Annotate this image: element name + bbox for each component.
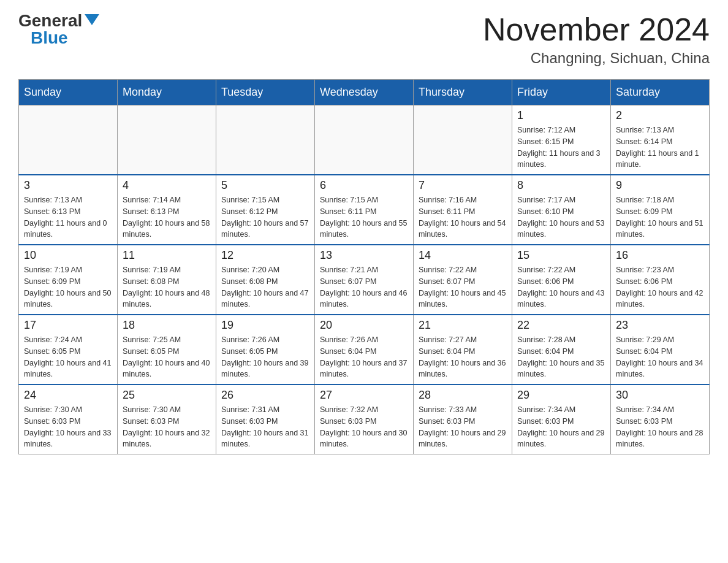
day-number: 14 xyxy=(419,249,507,262)
day-info: Sunrise: 7:34 AMSunset: 6:03 PMDaylight:… xyxy=(517,404,605,450)
weekday-header-saturday: Saturday xyxy=(611,80,710,105)
calendar-cell: 21Sunrise: 7:27 AMSunset: 6:04 PMDayligh… xyxy=(414,315,512,385)
day-number: 22 xyxy=(517,319,605,332)
day-number: 7 xyxy=(419,179,507,192)
calendar-cell: 26Sunrise: 7:31 AMSunset: 6:03 PMDayligh… xyxy=(216,385,315,454)
day-info: Sunrise: 7:26 AMSunset: 6:04 PMDaylight:… xyxy=(320,334,408,380)
day-info: Sunrise: 7:20 AMSunset: 6:08 PMDaylight:… xyxy=(221,264,309,310)
day-info: Sunrise: 7:15 AMSunset: 6:11 PMDaylight:… xyxy=(320,194,408,240)
day-number: 1 xyxy=(517,109,605,122)
calendar-cell xyxy=(414,105,512,175)
calendar-cell: 28Sunrise: 7:33 AMSunset: 6:03 PMDayligh… xyxy=(414,385,512,454)
day-number: 3 xyxy=(24,179,112,192)
day-info: Sunrise: 7:22 AMSunset: 6:07 PMDaylight:… xyxy=(419,264,507,310)
day-info: Sunrise: 7:18 AMSunset: 6:09 PMDaylight:… xyxy=(616,194,704,240)
weekday-header-row: SundayMondayTuesdayWednesdayThursdayFrid… xyxy=(19,80,710,105)
weekday-header-tuesday: Tuesday xyxy=(216,80,315,105)
calendar-cell: 29Sunrise: 7:34 AMSunset: 6:03 PMDayligh… xyxy=(512,385,611,454)
calendar-cell: 15Sunrise: 7:22 AMSunset: 6:06 PMDayligh… xyxy=(512,245,611,315)
calendar-cell xyxy=(315,105,414,175)
day-info: Sunrise: 7:13 AMSunset: 6:13 PMDaylight:… xyxy=(24,194,112,240)
calendar-week-2: 3Sunrise: 7:13 AMSunset: 6:13 PMDaylight… xyxy=(19,175,710,245)
day-number: 25 xyxy=(123,389,211,402)
calendar-cell: 20Sunrise: 7:26 AMSunset: 6:04 PMDayligh… xyxy=(315,315,414,385)
calendar-cell: 11Sunrise: 7:19 AMSunset: 6:08 PMDayligh… xyxy=(118,245,216,315)
day-number: 18 xyxy=(123,319,211,332)
month-title: November 2024 xyxy=(483,12,710,47)
day-info: Sunrise: 7:28 AMSunset: 6:04 PMDaylight:… xyxy=(517,334,605,380)
day-info: Sunrise: 7:21 AMSunset: 6:07 PMDaylight:… xyxy=(320,264,408,310)
day-info: Sunrise: 7:16 AMSunset: 6:11 PMDaylight:… xyxy=(419,194,507,240)
day-number: 19 xyxy=(221,319,309,332)
calendar-cell: 10Sunrise: 7:19 AMSunset: 6:09 PMDayligh… xyxy=(19,245,118,315)
calendar-cell: 25Sunrise: 7:30 AMSunset: 6:03 PMDayligh… xyxy=(118,385,216,454)
day-number: 5 xyxy=(221,179,309,192)
calendar-cell: 2Sunrise: 7:13 AMSunset: 6:14 PMDaylight… xyxy=(611,105,710,175)
calendar-cell: 3Sunrise: 7:13 AMSunset: 6:13 PMDaylight… xyxy=(19,175,118,245)
day-info: Sunrise: 7:22 AMSunset: 6:06 PMDaylight:… xyxy=(517,264,605,310)
day-number: 30 xyxy=(616,389,704,402)
logo-triangle-icon xyxy=(85,14,99,25)
title-block: November 2024 Changning, Sichuan, China xyxy=(483,12,710,67)
day-number: 12 xyxy=(221,249,309,262)
day-number: 6 xyxy=(320,179,408,192)
day-info: Sunrise: 7:25 AMSunset: 6:05 PMDaylight:… xyxy=(123,334,211,380)
calendar-cell xyxy=(216,105,315,175)
logo-general-text: General xyxy=(18,12,82,29)
weekday-header-thursday: Thursday xyxy=(414,80,512,105)
calendar-cell: 16Sunrise: 7:23 AMSunset: 6:06 PMDayligh… xyxy=(611,245,710,315)
day-info: Sunrise: 7:23 AMSunset: 6:06 PMDaylight:… xyxy=(616,264,704,310)
calendar-cell: 14Sunrise: 7:22 AMSunset: 6:07 PMDayligh… xyxy=(414,245,512,315)
day-number: 26 xyxy=(221,389,309,402)
calendar-cell: 30Sunrise: 7:34 AMSunset: 6:03 PMDayligh… xyxy=(611,385,710,454)
calendar-cell: 17Sunrise: 7:24 AMSunset: 6:05 PMDayligh… xyxy=(19,315,118,385)
day-number: 9 xyxy=(616,179,704,192)
day-info: Sunrise: 7:13 AMSunset: 6:14 PMDaylight:… xyxy=(616,124,704,170)
day-info: Sunrise: 7:19 AMSunset: 6:08 PMDaylight:… xyxy=(123,264,211,310)
day-info: Sunrise: 7:30 AMSunset: 6:03 PMDaylight:… xyxy=(24,404,112,450)
day-info: Sunrise: 7:15 AMSunset: 6:12 PMDaylight:… xyxy=(221,194,309,240)
day-info: Sunrise: 7:31 AMSunset: 6:03 PMDaylight:… xyxy=(221,404,309,450)
day-number: 28 xyxy=(419,389,507,402)
calendar-cell: 22Sunrise: 7:28 AMSunset: 6:04 PMDayligh… xyxy=(512,315,611,385)
day-number: 15 xyxy=(517,249,605,262)
day-info: Sunrise: 7:19 AMSunset: 6:09 PMDaylight:… xyxy=(24,264,112,310)
day-number: 11 xyxy=(123,249,211,262)
calendar-week-4: 17Sunrise: 7:24 AMSunset: 6:05 PMDayligh… xyxy=(19,315,710,385)
day-number: 29 xyxy=(517,389,605,402)
calendar-cell: 9Sunrise: 7:18 AMSunset: 6:09 PMDaylight… xyxy=(611,175,710,245)
day-number: 10 xyxy=(24,249,112,262)
calendar-cell: 6Sunrise: 7:15 AMSunset: 6:11 PMDaylight… xyxy=(315,175,414,245)
day-number: 13 xyxy=(320,249,408,262)
day-info: Sunrise: 7:26 AMSunset: 6:05 PMDaylight:… xyxy=(221,334,309,380)
calendar-cell: 12Sunrise: 7:20 AMSunset: 6:08 PMDayligh… xyxy=(216,245,315,315)
weekday-header-sunday: Sunday xyxy=(19,80,118,105)
day-number: 8 xyxy=(517,179,605,192)
calendar-cell xyxy=(118,105,216,175)
weekday-header-wednesday: Wednesday xyxy=(315,80,414,105)
day-info: Sunrise: 7:34 AMSunset: 6:03 PMDaylight:… xyxy=(616,404,704,450)
logo: General Blue xyxy=(18,12,99,47)
location-title: Changning, Sichuan, China xyxy=(483,50,710,67)
day-number: 21 xyxy=(419,319,507,332)
day-info: Sunrise: 7:24 AMSunset: 6:05 PMDaylight:… xyxy=(24,334,112,380)
calendar-table: SundayMondayTuesdayWednesdayThursdayFrid… xyxy=(18,79,710,454)
day-info: Sunrise: 7:12 AMSunset: 6:15 PMDaylight:… xyxy=(517,124,605,170)
day-number: 2 xyxy=(616,109,704,122)
weekday-header-monday: Monday xyxy=(118,80,216,105)
page-header: General Blue November 2024 Changning, Si… xyxy=(18,12,710,67)
day-number: 27 xyxy=(320,389,408,402)
calendar-cell: 27Sunrise: 7:32 AMSunset: 6:03 PMDayligh… xyxy=(315,385,414,454)
calendar-cell: 19Sunrise: 7:26 AMSunset: 6:05 PMDayligh… xyxy=(216,315,315,385)
calendar-cell: 24Sunrise: 7:30 AMSunset: 6:03 PMDayligh… xyxy=(19,385,118,454)
calendar-cell: 7Sunrise: 7:16 AMSunset: 6:11 PMDaylight… xyxy=(414,175,512,245)
day-info: Sunrise: 7:14 AMSunset: 6:13 PMDaylight:… xyxy=(123,194,211,240)
day-number: 16 xyxy=(616,249,704,262)
logo-blue-text: Blue xyxy=(31,29,68,47)
calendar-cell: 13Sunrise: 7:21 AMSunset: 6:07 PMDayligh… xyxy=(315,245,414,315)
calendar-cell: 4Sunrise: 7:14 AMSunset: 6:13 PMDaylight… xyxy=(118,175,216,245)
day-info: Sunrise: 7:30 AMSunset: 6:03 PMDaylight:… xyxy=(123,404,211,450)
calendar-cell: 8Sunrise: 7:17 AMSunset: 6:10 PMDaylight… xyxy=(512,175,611,245)
day-number: 23 xyxy=(616,319,704,332)
day-info: Sunrise: 7:27 AMSunset: 6:04 PMDaylight:… xyxy=(419,334,507,380)
